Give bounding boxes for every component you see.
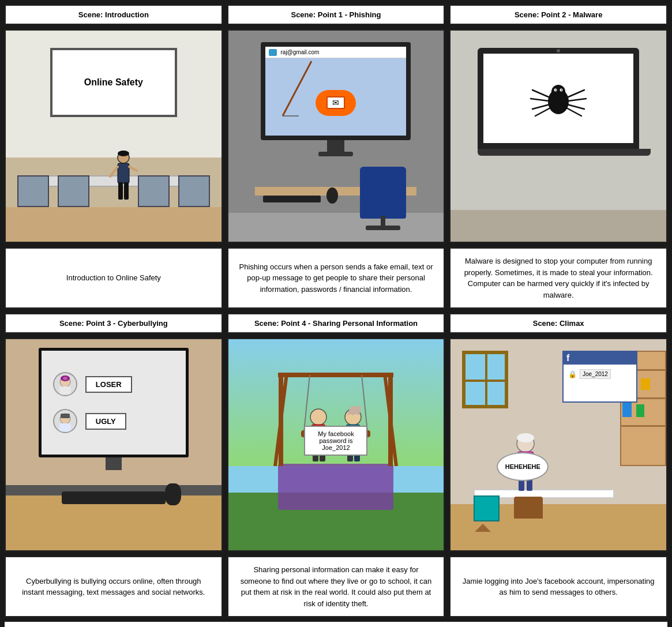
svg-line-17 [532, 104, 550, 109]
chair-right [178, 175, 210, 207]
phishing-monitor: raj@gmail.com ✉ [261, 42, 411, 156]
avatar2 [53, 409, 77, 433]
scene6-desc-text: Jamie logging into Joe's facebook accoun… [460, 576, 657, 598]
svg-point-14 [561, 89, 562, 91]
pot [475, 524, 491, 532]
svg-point-25 [63, 377, 67, 380]
scene6-image: f 🔒 Joe_2012 [449, 338, 667, 551]
svg-line-18 [535, 108, 550, 116]
scene2-description: Phishing occurs when a person sends a fa… [227, 247, 445, 309]
window-s6 [462, 351, 508, 408]
email-address: raj@gmail.com [280, 49, 319, 55]
svg-line-20 [568, 99, 586, 101]
svg-point-1 [118, 151, 129, 156]
scene1-desc-text: Introduction to Online Safety [66, 272, 161, 284]
bully-word1: LOSER [85, 376, 132, 393]
svg-line-19 [567, 90, 584, 97]
lock-icon: 🔒 [568, 370, 577, 378]
scene4-description: Cyberbullying is bullying occurs online,… [5, 556, 223, 617]
scene6-description: Jamie logging into Joe's facebook accoun… [449, 556, 667, 617]
svg-point-38 [310, 409, 326, 425]
svg-line-6 [129, 167, 137, 171]
bully-word2: UGLY [85, 413, 126, 430]
fb-username: Joe_2012 [580, 369, 611, 379]
thought-bubble: HEHEHEHE [497, 452, 549, 481]
svg-point-13 [555, 89, 557, 91]
scene1-description: Introduction to Online Safety [5, 247, 223, 309]
sign-board: My facebook password is Joe_2012 [304, 426, 367, 456]
bin-left [474, 495, 500, 521]
bottom-bar: *Animations are subject to change* [5, 622, 667, 627]
scene1-header: Scene: Introduction [5, 5, 223, 25]
spider-svg [530, 76, 587, 122]
svg-rect-28 [61, 414, 70, 418]
chair-mid-left [58, 175, 89, 207]
scene4-header: Scene: Point 3 - Cyberbullying [5, 313, 223, 333]
svg-rect-26 [59, 386, 71, 395]
scene2-header: Scene: Point 1 - Phishing [227, 5, 445, 25]
svg-line-21 [567, 104, 584, 109]
svg-line-7 [283, 61, 311, 116]
svg-rect-2 [118, 163, 129, 183]
monitor-stand-s4 [106, 457, 122, 470]
svg-point-49 [517, 433, 534, 442]
keyboard-s2 [263, 196, 321, 202]
scene1-image: Online Safety [5, 29, 223, 243]
svg-line-22 [566, 108, 581, 116]
whiteboard: Online Safety [50, 48, 177, 117]
mouse-s4 [165, 483, 181, 505]
scene3-description: Malware is designed to stop your compute… [449, 247, 667, 309]
main-grid: Scene: Introduction Scene: Point 1 - Phi… [0, 0, 672, 622]
scene4-desc-text: Cyberbullying is bullying occurs online,… [15, 576, 212, 598]
avatar1 [53, 372, 77, 396]
svg-rect-3 [118, 182, 123, 200]
thought-text: HEHEHEHE [505, 463, 540, 470]
presenter-figure [109, 151, 138, 208]
chair-mid-right [138, 175, 170, 207]
scene3-header: Scene: Point 2 - Malware [449, 5, 667, 25]
scene4-image: LOSER UGLY [5, 338, 223, 551]
scene2-desc-text: Phishing occurs when a person sends a fa… [238, 261, 435, 295]
svg-rect-4 [124, 182, 129, 200]
office-chair [357, 167, 409, 230]
scene5-header: Scene: Point 4 - Sharing Personal Inform… [227, 313, 445, 333]
svg-line-15 [532, 90, 550, 97]
scene6-header: Scene: Climax [449, 313, 667, 333]
svg-line-5 [110, 167, 118, 177]
scene3-image [449, 29, 667, 243]
svg-line-16 [531, 99, 549, 101]
mouse-s2 [326, 187, 338, 204]
scene5-description: Sharing personal information can make it… [227, 556, 445, 617]
cyberbully-monitor: LOSER UGLY [39, 348, 189, 457]
svg-point-10 [551, 85, 565, 99]
whiteboard-text: Online Safety [84, 77, 143, 88]
fb-logo: f [566, 353, 569, 363]
scene3-desc-text: Malware is designed to stop your compute… [460, 256, 657, 301]
scene5-desc-text: Sharing personal information can make it… [238, 564, 435, 609]
chair-left [17, 175, 49, 207]
keyboard-s4 [62, 491, 166, 504]
sign-text: My facebook password is Joe_2012 [318, 430, 354, 451]
malware-laptop [478, 48, 639, 156]
scene2-image: raj@gmail.com ✉ [227, 29, 445, 243]
svg-rect-29 [59, 423, 71, 431]
facebook-screen: f 🔒 Joe_2012 [562, 351, 637, 403]
scene5-image: My facebook password is Joe_2012 [227, 338, 445, 551]
